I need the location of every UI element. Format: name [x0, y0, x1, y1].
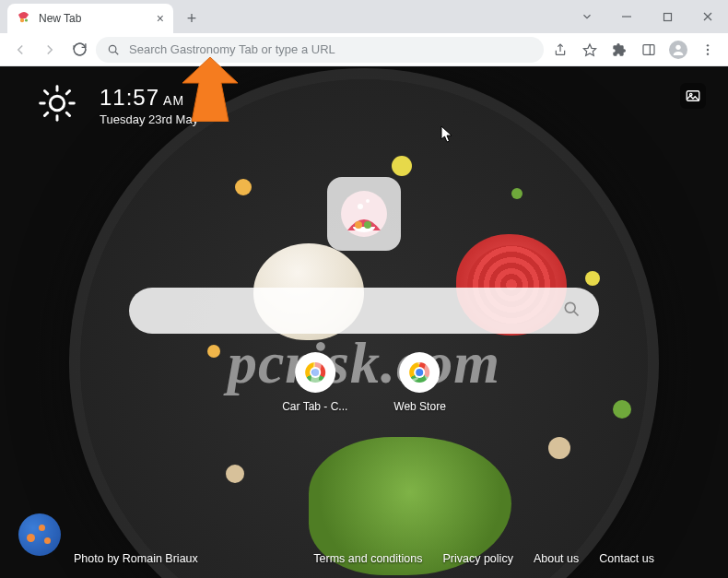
search-icon — [107, 43, 120, 56]
omnibox[interactable] — [96, 37, 544, 63]
svg-point-29 — [358, 204, 363, 209]
menu-button[interactable] — [695, 37, 721, 63]
gastronomy-app-icon — [340, 190, 388, 238]
footer-link-about[interactable]: About us — [534, 552, 579, 565]
reload-button[interactable] — [66, 37, 92, 63]
svg-marker-16 — [182, 57, 238, 122]
titlebar: New Tab × + — [0, 0, 728, 33]
extensions-button[interactable] — [606, 37, 632, 63]
time-value: 11:57 — [100, 85, 159, 110]
profile-button[interactable] — [665, 37, 691, 63]
photo-credit: Photo by Romain Briaux — [74, 552, 198, 565]
svg-point-13 — [707, 44, 709, 46]
svg-point-14 — [707, 48, 709, 50]
close-window-button[interactable] — [687, 0, 728, 33]
forward-button[interactable] — [37, 37, 63, 63]
svg-line-23 — [66, 112, 69, 115]
page-search-input[interactable] — [147, 303, 562, 319]
page-search-bar[interactable] — [129, 288, 599, 334]
svg-rect-10 — [643, 44, 654, 54]
shortcut-label: Web Store — [393, 400, 445, 413]
sun-icon[interactable] — [37, 83, 77, 127]
cursor-icon — [440, 125, 455, 147]
shortcut-label: Car Tab - C... — [282, 400, 347, 413]
svg-line-22 — [44, 90, 47, 93]
tab-close-icon[interactable]: × — [157, 11, 164, 26]
browser-toolbar — [0, 33, 728, 66]
svg-point-1 — [20, 18, 24, 22]
annotation-arrow-icon — [173, 57, 247, 125]
bookmark-button[interactable] — [577, 37, 603, 63]
omnibox-input[interactable] — [129, 42, 533, 56]
tab-title: New Tab — [39, 12, 157, 25]
footer-link-terms[interactable]: Terms and conditions — [313, 552, 422, 565]
avatar-icon — [669, 41, 687, 59]
svg-line-34 — [574, 312, 579, 316]
maximize-button[interactable] — [647, 0, 687, 33]
svg-line-25 — [66, 90, 69, 93]
svg-point-32 — [364, 221, 371, 229]
extension-badge-button[interactable] — [18, 513, 61, 556]
tab-favicon-icon — [17, 11, 31, 26]
svg-point-15 — [707, 53, 709, 54]
search-icon[interactable] — [562, 300, 581, 322]
svg-line-24 — [44, 112, 47, 115]
footer-link-privacy[interactable]: Privacy policy — [442, 552, 512, 565]
footer: Photo by Romain Briaux Terms and conditi… — [0, 552, 728, 565]
svg-point-30 — [366, 199, 370, 203]
svg-marker-9 — [583, 44, 595, 55]
browser-tab[interactable]: New Tab × — [7, 4, 173, 33]
change-background-button[interactable] — [680, 83, 706, 109]
window-controls — [573, 0, 728, 33]
chrome-icon — [410, 362, 430, 383]
svg-point-2 — [25, 18, 28, 21]
back-button[interactable] — [7, 37, 33, 63]
shortcut-web-store[interactable]: Web Store — [393, 352, 445, 413]
svg-point-33 — [565, 302, 575, 313]
svg-point-12 — [675, 44, 680, 49]
app-tile[interactable] — [327, 177, 401, 251]
svg-point-31 — [355, 221, 362, 229]
share-button[interactable] — [547, 37, 573, 63]
tab-search-icon[interactable] — [573, 0, 601, 33]
svg-point-7 — [109, 45, 116, 53]
svg-point-17 — [50, 96, 64, 110]
svg-line-8 — [115, 51, 118, 53]
chrome-icon — [305, 362, 325, 383]
new-tab-button[interactable]: + — [179, 6, 205, 31]
shortcuts: Car Tab - C... Web Store — [282, 352, 446, 413]
minimize-button[interactable] — [606, 0, 647, 33]
newtab-content: 11:57AM Tuesday 23rd May Car Tab - C... … — [0, 66, 728, 578]
footer-link-contact[interactable]: Contact us — [599, 552, 654, 565]
side-panel-button[interactable] — [636, 37, 662, 63]
svg-rect-4 — [663, 13, 671, 20]
shortcut-car-tab[interactable]: Car Tab - C... — [282, 352, 347, 413]
footer-links: Terms and conditions Privacy policy Abou… — [313, 552, 654, 565]
